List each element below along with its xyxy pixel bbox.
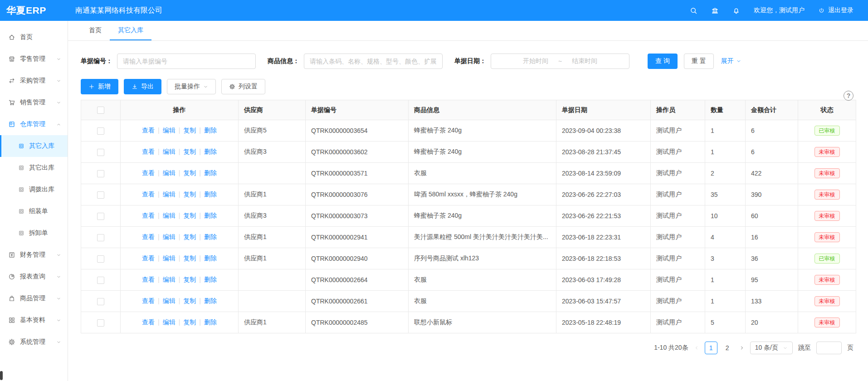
sidebar-item-goods[interactable]: 商品管理 — [0, 288, 68, 309]
cell-product: 序列号商品测试 xlh123 — [409, 248, 556, 269]
row-checkbox[interactable] — [97, 127, 104, 135]
row-checkbox[interactable] — [97, 149, 104, 156]
sidebar-item-system[interactable]: 系统管理 — [0, 331, 68, 353]
op-copy-link[interactable]: 复制 — [183, 190, 196, 198]
page-size-select[interactable]: 10 条/页 — [750, 342, 793, 354]
prev-page-icon[interactable] — [694, 345, 699, 351]
jump-page-input[interactable] — [816, 342, 842, 354]
select-all-checkbox[interactable] — [97, 107, 104, 114]
op-edit-link[interactable]: 编辑 — [163, 169, 176, 176]
op-delete-link[interactable]: 删除 — [204, 254, 217, 262]
column-settings-button[interactable]: 列设置 — [221, 79, 265, 94]
row-checkbox[interactable] — [97, 213, 104, 220]
op-copy-link[interactable]: 复制 — [183, 169, 196, 176]
platform-icon[interactable] — [711, 7, 719, 15]
op-separator: | — [199, 254, 201, 262]
sidebar-item-retail[interactable]: 零售管理 — [0, 48, 68, 70]
search-button[interactable]: 查 询 — [648, 54, 678, 69]
op-view-link[interactable]: 查看 — [142, 148, 155, 155]
op-copy-link[interactable]: 复制 — [183, 254, 196, 262]
row-checkbox[interactable] — [97, 298, 104, 305]
sidebar-item-purchase[interactable]: 采购管理 — [0, 70, 68, 92]
op-view-link[interactable]: 查看 — [142, 254, 155, 262]
sidebar-item-assembly-order[interactable]: 组装单 — [0, 200, 68, 222]
row-checkbox[interactable] — [97, 191, 104, 199]
sidebar-item-sales[interactable]: 销售管理 — [0, 92, 68, 113]
op-edit-link[interactable]: 编辑 — [163, 190, 176, 198]
op-view-link[interactable]: 查看 — [142, 127, 155, 134]
notifications-icon[interactable] — [732, 7, 740, 15]
op-edit-link[interactable]: 编辑 — [163, 233, 176, 240]
row-checkbox[interactable] — [97, 234, 104, 241]
sidebar-item-reports[interactable]: 报表查询 — [0, 266, 68, 288]
sidebar-item-label: 系统管理 — [20, 338, 45, 346]
op-view-link[interactable]: 查看 — [142, 212, 155, 219]
sidebar-item-other-outbound[interactable]: 其它出库 — [0, 157, 68, 179]
op-view-link[interactable]: 查看 — [142, 169, 155, 176]
add-button[interactable]: 新增 — [81, 79, 118, 94]
bill-number-input[interactable] — [117, 54, 256, 69]
op-edit-link[interactable]: 编辑 — [163, 254, 176, 262]
op-edit-link[interactable]: 编辑 — [163, 212, 176, 219]
sidebar-item-home[interactable]: 首页 — [0, 26, 68, 48]
op-delete-link[interactable]: 删除 — [204, 148, 217, 155]
sidebar-scrollbar-thumb[interactable] — [0, 371, 3, 380]
op-edit-link[interactable]: 编辑 — [163, 276, 176, 283]
home-icon — [8, 34, 15, 41]
sidebar-item-disassembly-order[interactable]: 拆卸单 — [0, 222, 68, 244]
export-button[interactable]: 导出 — [124, 79, 161, 94]
cell-operator: 测试用户 — [651, 184, 705, 205]
sidebar-item-transfer-outbound[interactable]: 调拨出库 — [0, 179, 68, 200]
op-delete-link[interactable]: 删除 — [204, 169, 217, 176]
op-delete-link[interactable]: 删除 — [204, 318, 217, 326]
row-checkbox[interactable] — [97, 255, 104, 263]
logout-button[interactable]: 退出登录 — [818, 6, 853, 15]
op-edit-link[interactable]: 编辑 — [163, 297, 176, 304]
product-info-input[interactable] — [304, 54, 443, 69]
row-checkbox[interactable] — [97, 170, 104, 177]
op-copy-link[interactable]: 复制 — [183, 276, 196, 283]
page-button-1[interactable]: 1 — [705, 342, 717, 354]
op-edit-link[interactable]: 编辑 — [163, 318, 176, 326]
op-copy-link[interactable]: 复制 — [183, 318, 196, 326]
row-checkbox[interactable] — [97, 319, 104, 327]
op-copy-link[interactable]: 复制 — [183, 233, 196, 240]
op-view-link[interactable]: 查看 — [142, 190, 155, 198]
op-delete-link[interactable]: 删除 — [204, 297, 217, 304]
op-copy-link[interactable]: 复制 — [183, 297, 196, 304]
op-separator: | — [179, 127, 180, 134]
sidebar-item-warehouse[interactable]: 仓库管理 — [0, 113, 68, 135]
records-table: 操作供应商单据编号商品信息单据日期操作员数量金额合计状态查看|编辑|复制|删除供… — [81, 100, 856, 333]
reset-button[interactable]: 重 置 — [684, 54, 714, 69]
op-copy-link[interactable]: 复制 — [183, 148, 196, 155]
bill-date-range[interactable]: 开始时间 ~ 结束时间 — [491, 54, 629, 69]
op-delete-link[interactable]: 删除 — [204, 212, 217, 219]
sidebar-item-finance[interactable]: 财务管理 — [0, 244, 68, 266]
op-delete-link[interactable]: 删除 — [204, 190, 217, 198]
help-icon[interactable]: ? — [844, 91, 853, 101]
cell-product: 蜂蜜柚子茶 240g — [409, 142, 556, 163]
op-delete-link[interactable]: 删除 — [204, 233, 217, 240]
op-copy-link[interactable]: 复制 — [183, 212, 196, 219]
expand-link[interactable]: 展开 — [721, 57, 741, 65]
row-checkbox[interactable] — [97, 277, 104, 284]
tab-home[interactable]: 首页 — [81, 21, 110, 40]
sidebar-item-basic-data[interactable]: 基本资料 — [0, 309, 68, 331]
op-view-link[interactable]: 查看 — [142, 276, 155, 283]
op-copy-link[interactable]: 复制 — [183, 127, 196, 134]
search-icon[interactable] — [690, 7, 697, 15]
op-delete-link[interactable]: 删除 — [204, 276, 217, 283]
page-button-2[interactable]: 2 — [721, 342, 734, 354]
op-view-link[interactable]: 查看 — [142, 297, 155, 304]
sidebar-item-other-inbound[interactable]: 其它入库 — [0, 135, 68, 157]
op-edit-link[interactable]: 编辑 — [163, 148, 176, 155]
tab-other-inbound[interactable]: 其它入库 — [110, 21, 151, 40]
batch-actions-button[interactable]: 批量操作 — [167, 79, 216, 94]
op-view-link[interactable]: 查看 — [142, 233, 155, 240]
chevron-down-icon — [56, 274, 61, 279]
table-row: 查看|编辑|复制|删除供应商1QTRK00000002941美汁源果粒橙 500… — [81, 227, 856, 248]
op-delete-link[interactable]: 删除 — [204, 127, 217, 134]
op-edit-link[interactable]: 编辑 — [163, 127, 176, 134]
next-page-icon[interactable] — [739, 345, 745, 351]
op-view-link[interactable]: 查看 — [142, 318, 155, 326]
